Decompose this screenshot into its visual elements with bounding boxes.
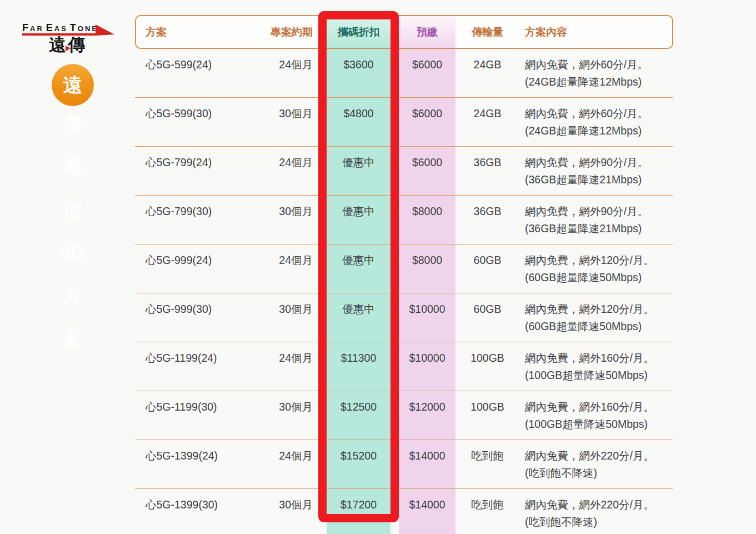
plan-content: 網內免費，網外160分/月。 (100GB超量降速50Mbps) [525, 342, 673, 384]
plan-content-line2: (吃到飽不降速) [525, 513, 673, 531]
logo-cjk-text: 遠傳 [49, 33, 87, 57]
contract-term: 24個月 [268, 440, 313, 465]
vertical-character: 傳 [64, 114, 82, 133]
prepay-amount: $10000 [399, 293, 455, 318]
plan-content-line1: 網內免費，網外220分/月。 [525, 496, 673, 513]
plan-name: 心5G-999(30) [135, 293, 268, 318]
plan-content-line2: (24GB超量降速12Mbps) [525, 73, 673, 91]
prepay-amount: $6000 [399, 147, 455, 171]
prepay-amount: $6000 [399, 98, 455, 122]
vertical-character: 電 [64, 157, 82, 176]
page: FAREASTONE 遠傳 遠 傳 電 信 5G 方 案 [0, 0, 756, 534]
data-volume: 吃到飽 [455, 440, 519, 465]
prepay-amount: $14000 [399, 489, 455, 513]
plan-content: 網內免費，網外220分/月。 (吃到飽不降速) [525, 489, 673, 531]
prepay-amount: $14000 [399, 440, 455, 465]
contract-term: 30個月 [268, 293, 313, 318]
portin-discount: $3600 [327, 49, 390, 73]
plan-content-line1: 網內免費，網外220分/月。 [525, 447, 673, 465]
plan-content-line1: 網內免費，網外90分/月。 [525, 154, 673, 171]
portin-discount: $17200 [327, 489, 390, 513]
table-row: 心5G-599(24) 24個月 $3600 $6000 24GB 網內免費，網… [135, 49, 673, 98]
vertical-brand-label: 傳 電 信 5G 方 案 [53, 114, 93, 347]
contract-term: 30個月 [268, 391, 313, 416]
data-volume: 36GB [455, 147, 519, 171]
brand-sidebar: FAREASTONE 遠傳 遠 傳 電 信 5G 方 案 [0, 0, 133, 534]
plan-content-line2: (100GB超量降速50Mbps) [525, 416, 673, 433]
table-row: 心5G-1399(24) 24個月 $15200 $14000 吃到飽 網內免費… [135, 440, 673, 489]
data-volume: 吃到飽 [455, 489, 519, 513]
portin-discount: $4800 [327, 98, 390, 122]
plan-name: 心5G-1399(24) [135, 440, 268, 465]
plan-content-line2: (24GB超量降速12Mbps) [525, 122, 673, 139]
header-labels: 方案 專案約期 攜碼折扣 預繳 傳輸量 方案內容 [135, 15, 673, 49]
data-volume: 24GB [455, 98, 519, 122]
header-data: 傳輸量 [455, 25, 519, 39]
table-rows: 心5G-599(24) 24個月 $3600 $6000 24GB 網內免費，網… [135, 49, 673, 534]
portin-discount: 優惠中 [327, 293, 390, 318]
plan-content: 網內免費，網外160分/月。 (100GB超量降速50Mbps) [525, 391, 673, 433]
plan-content-line1: 網內免費，網外120分/月。 [525, 301, 673, 318]
plan-name: 心5G-599(30) [135, 98, 268, 122]
plan-content-line1: 網內免費，網外160分/月。 [525, 398, 673, 416]
plan-content: 網內免費，網外60分/月。 (24GB超量降速12Mbps) [525, 98, 673, 139]
portin-discount: $11300 [327, 342, 390, 367]
contract-term: 30個月 [268, 98, 313, 122]
prepay-amount: $8000 [399, 244, 455, 269]
header-discount: 攜碼折扣 [327, 25, 390, 39]
badge-character: 遠 [63, 72, 83, 98]
table-header: 方案 專案約期 攜碼折扣 預繳 傳輸量 方案內容 [135, 15, 673, 49]
plan-name: 心5G-799(24) [135, 147, 268, 171]
contract-term: 24個月 [268, 147, 313, 171]
header-term: 專案約期 [268, 25, 313, 39]
logo-cjk-glyphs: 遠傳 [49, 35, 87, 54]
plan-content-line1: 網內免費，網外160分/月。 [525, 350, 673, 367]
table-row: 心5G-999(30) 30個月 優惠中 $10000 60GB 網內免費，網外… [135, 293, 673, 342]
contract-term: 24個月 [268, 49, 313, 73]
data-volume: 100GB [455, 342, 519, 367]
plan-content: 網內免費，網外90分/月。 (36GB超量降速21Mbps) [525, 196, 673, 237]
plan-content-line2: (100GB超量降速50Mbps) [525, 367, 673, 384]
data-volume: 100GB [455, 391, 519, 416]
plan-content-line2: (36GB超量降速21Mbps) [525, 171, 673, 188]
prepay-amount: $6000 [399, 49, 455, 73]
brand-badge-circle: 遠 [52, 64, 94, 106]
contract-term: 30個月 [268, 489, 313, 513]
plans-table: 方案 專案約期 攜碼折扣 預繳 傳輸量 方案內容 心5G-599(24) 24個… [135, 0, 673, 534]
contract-term: 24個月 [268, 342, 313, 367]
plan-content-line1: 網內免費，網外60分/月。 [525, 56, 673, 73]
plan-content-line2: (60GB超量降速50Mbps) [525, 318, 673, 335]
portin-discount: $12500 [327, 391, 390, 416]
plan-content: 網內免費，網外60分/月。 (24GB超量降速12Mbps) [525, 49, 673, 91]
header-content: 方案內容 [525, 25, 673, 39]
plan-content: 網內免費，網外120分/月。 (60GB超量降速50Mbps) [525, 293, 673, 335]
data-volume: 60GB [455, 244, 519, 269]
portin-discount: 優惠中 [327, 196, 390, 220]
plan-name: 心5G-1199(24) [135, 342, 268, 367]
vertical-character: 方 [64, 285, 82, 305]
table-row: 心5G-999(24) 24個月 優惠中 $8000 60GB 網內免費，網外1… [135, 244, 673, 293]
plan-content: 網內免費，網外90分/月。 (36GB超量降速21Mbps) [525, 147, 673, 188]
plan-content-line1: 網內免費，網外120分/月。 [525, 252, 673, 269]
header-plan: 方案 [135, 25, 268, 39]
portin-discount: 優惠中 [327, 244, 390, 269]
table-row: 心5G-599(30) 30個月 $4800 $6000 24GB 網內免費，網… [135, 98, 673, 147]
plan-content-line2: (吃到飽不降速) [525, 465, 673, 482]
table-row: 心5G-1199(30) 30個月 $12500 $12000 100GB 網內… [135, 391, 673, 440]
portin-discount: 優惠中 [327, 147, 390, 171]
vertical-character: 案 [64, 328, 82, 347]
table-row: 心5G-1399(30) 30個月 $17200 $14000 吃到飽 網內免費… [135, 489, 673, 534]
plan-name: 心5G-999(24) [135, 244, 268, 269]
plan-name: 心5G-599(24) [135, 49, 268, 73]
plan-name: 心5G-1199(30) [135, 391, 268, 416]
plan-name: 心5G-799(30) [135, 196, 268, 220]
logo-red-accent-icon [66, 46, 71, 51]
prepay-amount: $10000 [399, 342, 455, 367]
plan-content: 網內免費，網外220分/月。 (吃到飽不降速) [525, 440, 673, 482]
vertical-character: 5G [61, 242, 85, 262]
header-prepay: 預繳 [399, 25, 455, 39]
plan-content-line1: 網內免費，網外60分/月。 [525, 105, 673, 122]
prepay-amount: $12000 [399, 391, 455, 416]
contract-term: 30個月 [268, 196, 313, 220]
data-volume: 60GB [455, 293, 519, 318]
